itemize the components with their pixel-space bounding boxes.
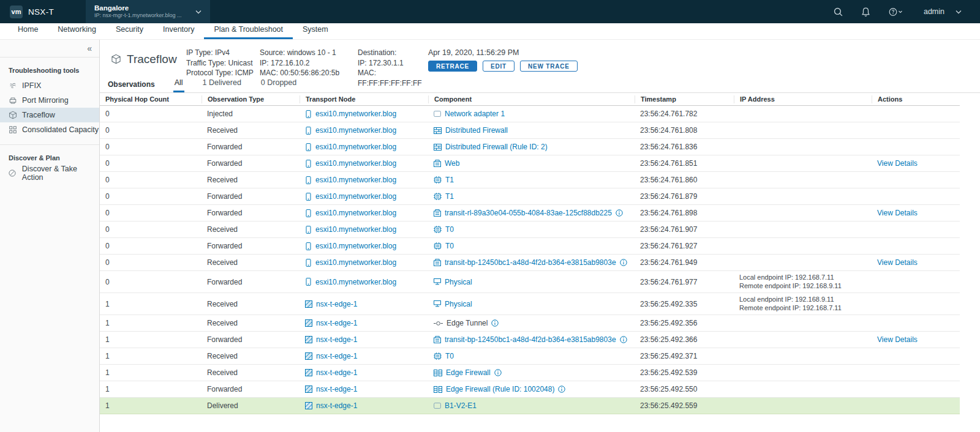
site-info: Bangalore IP: nsx-mgr-t-1.mynetworker.bl… [94,4,182,19]
observation-type: Received [202,225,300,234]
user-menu[interactable]: admin [924,7,962,16]
search-icon[interactable] [833,7,843,17]
trace-meta-line: MAC: FF:FF:FF:FF:FF:FF [358,68,428,88]
trace-meta-column: IP Type: IPv4Traffic Type: UnicastProtoc… [186,48,260,78]
timestamp: 23:56:24.761.808 [635,126,734,135]
component-link[interactable]: transit-bp-12450bc1-a48d-4f2d-b364-e3815… [445,335,616,344]
observations-tab-0-dropped[interactable]: 0 Dropped [260,78,298,92]
site-selector[interactable]: Bangalore IP: nsx-mgr-t-1.mynetworker.bl… [86,0,210,23]
component-link[interactable]: T0 [445,352,454,360]
sidebar-item-port-mirroring[interactable]: Port Mirroring [0,93,99,108]
sidebar-item-traceflow[interactable]: Traceflow [0,108,99,122]
component: transit-rl-89a30e04-055b-4084-83ae-125cf… [428,209,635,217]
transport-node-link[interactable]: nsx-t-edge-1 [316,335,357,344]
transport-node-link[interactable]: nsx-t-edge-1 [316,319,357,327]
sidebar-item-ipfix[interactable]: IPFIX [0,78,99,93]
component-link[interactable]: B1-V2-E1 [445,401,477,410]
component: Physical [428,300,635,308]
physical-hop-count: 0 [100,126,202,135]
transport-node-link[interactable]: nsx-t-edge-1 [316,352,357,360]
chevron-down-icon [956,10,962,14]
traceflow-cube-icon [111,54,121,64]
component-link[interactable]: Distributed Firewall [445,126,508,135]
transport-node: esxi10.mynetworker.blog [300,110,428,118]
column-header-ip-address: IP Address [734,95,872,103]
info-icon[interactable] [616,209,623,217]
component-link[interactable]: T0 [445,242,454,250]
component-link[interactable]: Distributed Firewall (Rule ID: 2) [445,143,548,151]
component-link[interactable]: Web [445,159,459,168]
timestamp: 23:56:25.492.550 [635,385,734,393]
component-link[interactable]: Edge Firewall [446,368,491,377]
host-icon [305,193,312,201]
product-name: NSX-T [28,7,54,17]
timestamp: 23:56:25.492.335 [635,300,734,308]
component-link[interactable]: transit-rl-89a30e04-055b-4084-83ae-125cf… [445,209,612,217]
observations-tab-1-delivered[interactable]: 1 Delivered [202,78,243,92]
transport-node-link[interactable]: nsx-t-edge-1 [316,401,357,410]
new-trace-button[interactable]: NEW TRACE [520,61,578,72]
component-link[interactable]: T0 [445,225,454,234]
retrace-button[interactable]: RETRACE [428,61,477,72]
component-link[interactable]: T1 [445,176,454,184]
table-row: 0Forwardedesxi10.mynetworker.blogT123:56… [100,188,960,205]
transport-node-link[interactable]: esxi10.mynetworker.blog [315,192,396,201]
info-icon[interactable] [558,385,565,393]
bell-icon[interactable] [861,7,871,17]
port-mirroring-icon [8,96,17,105]
transport-node-link[interactable]: esxi10.mynetworker.blog [315,126,396,135]
transport-node-link[interactable]: esxi10.mynetworker.blog [315,225,396,234]
help-icon[interactable] [888,7,903,17]
transport-node-link[interactable]: esxi10.mynetworker.blog [315,242,396,250]
nav-tab-networking[interactable]: Networking [48,25,106,39]
sidebar-item-consolidated-capacity[interactable]: Consolidated Capacity [0,122,99,137]
transport-node-link[interactable]: nsx-t-edge-1 [316,300,357,308]
component-link[interactable]: Edge Firewall (Rule ID: 1002048) [446,385,554,393]
transport-node-link[interactable]: esxi10.mynetworker.blog [315,278,396,286]
component-link[interactable]: Physical [445,300,472,308]
component: Physical [428,278,635,286]
nav-tab-security[interactable]: Security [106,25,153,39]
nav-tab-system[interactable]: System [293,25,338,39]
physical-hop-count: 0 [100,225,202,234]
component: T0 [428,352,635,360]
info-icon[interactable] [491,319,499,327]
nav-tab-inventory[interactable]: Inventory [153,25,204,39]
nav-tab-home[interactable]: Home [8,25,48,39]
transport-node-link[interactable]: esxi10.mynetworker.blog [315,159,396,168]
component-label: Edge Tunnel [447,319,488,327]
component-link[interactable]: Physical [445,278,472,286]
info-icon[interactable] [620,336,627,343]
component-link[interactable]: T1 [445,192,454,201]
sidebar-item-discover-take-action[interactable]: Discover & Take Action [0,166,99,181]
transport-node-link[interactable]: esxi10.mynetworker.blog [315,143,396,151]
collapse-sidebar-button[interactable]: « [87,44,92,53]
transport-node-link[interactable]: esxi10.mynetworker.blog [315,258,396,267]
transport-node-link[interactable]: nsx-t-edge-1 [316,385,357,393]
transport-node-link[interactable]: esxi10.mynetworker.blog [315,110,396,118]
traceflow-icon [8,111,17,119]
transport-node-link[interactable]: esxi10.mynetworker.blog [315,176,396,184]
transport-node-link[interactable]: nsx-t-edge-1 [316,368,357,377]
component-link[interactable]: Network adapter 1 [445,110,505,118]
sidebar-section-title: Troubleshooting tools [0,58,99,78]
table-row: 1Receivednsx-t-edge-1Edge Tunnel23:56:25… [100,315,960,332]
component: T1 [428,192,635,201]
view-details-link[interactable]: View Details [877,258,918,267]
router-icon [434,193,442,200]
component-link[interactable]: transit-bp-12450bc1-a48d-4f2d-b364-e3815… [445,258,616,267]
view-details-link[interactable]: View Details [877,209,918,217]
timestamp: 23:56:25.492.366 [635,335,734,344]
transport-node: esxi10.mynetworker.blog [300,126,428,135]
view-details-link[interactable]: View Details [877,159,918,168]
edit-button[interactable]: EDIT [483,61,514,72]
observations-tab-all[interactable]: All [173,78,184,92]
info-icon[interactable] [494,369,502,376]
trace-meta-column: Destination:IP: 172.30.1.1MAC: FF:FF:FF:… [358,48,428,78]
observation-type: Received [202,176,300,184]
nav-tab-plan-troubleshoot[interactable]: Plan & Troubleshoot [204,25,293,39]
nic-icon [434,278,441,285]
info-icon[interactable] [620,259,627,266]
view-details-link[interactable]: View Details [877,335,918,344]
transport-node-link[interactable]: esxi10.mynetworker.blog [315,209,396,217]
